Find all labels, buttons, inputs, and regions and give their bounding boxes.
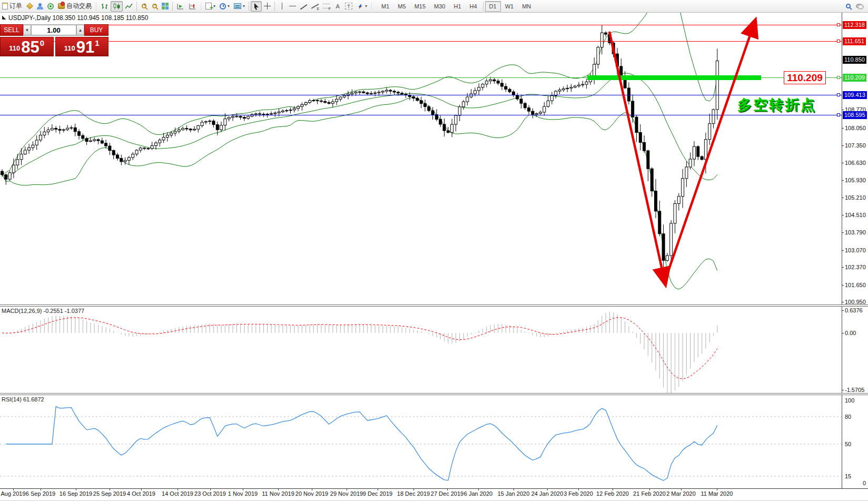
- price-tick-101.650: 101.650: [845, 281, 866, 289]
- price-tick-103.790: 103.790: [845, 229, 866, 236]
- sell-price-sup: 0: [40, 38, 44, 47]
- price-tick-mark: [842, 145, 844, 146]
- chat-icon[interactable]: [856, 4, 863, 8]
- date-tick-mark: [478, 488, 479, 490]
- date-tick-mark: [578, 488, 579, 490]
- timeframe-m15[interactable]: M15: [410, 1, 430, 12]
- buy-price-button[interactable]: 110 91 1: [55, 37, 109, 56]
- timeframe-m5[interactable]: M5: [393, 1, 410, 12]
- channel-tool-button[interactable]: [309, 1, 321, 12]
- main-chart-canvas[interactable]: [0, 13, 842, 304]
- signals-button[interactable]: [45, 1, 56, 12]
- toolbar-separator: [136, 2, 137, 11]
- macd-tick-mark: [842, 390, 844, 390]
- level-line-handle[interactable]: [837, 113, 840, 116]
- buy-price-big: 91: [76, 40, 94, 55]
- pane-separator-macd[interactable]: [0, 304, 868, 307]
- timeframe-h1[interactable]: H1: [449, 1, 465, 12]
- date-tick-mark: [447, 488, 448, 490]
- level-line-handle[interactable]: [837, 93, 840, 96]
- cursor-tool-button[interactable]: [251, 1, 262, 12]
- price-tick-mark: [842, 232, 844, 233]
- timeframe-m30[interactable]: M30: [430, 1, 449, 12]
- new-chart-icon: [205, 3, 212, 9]
- search-icon[interactable]: [846, 4, 851, 8]
- arrows-tool-button[interactable]: ▾: [354, 1, 369, 12]
- sell-price-button[interactable]: 110 85 0: [0, 37, 54, 56]
- macd-pane-canvas[interactable]: [0, 307, 842, 393]
- price-tick-mark: [842, 267, 844, 268]
- volume-increase-button[interactable]: ▲: [76, 25, 84, 35]
- level-price-callout[interactable]: 110.209: [784, 71, 826, 84]
- turning-point-annotation[interactable]: 多空转折点: [737, 95, 816, 114]
- toolbar-separator: [172, 2, 173, 11]
- rsi-pane-canvas[interactable]: [0, 395, 842, 488]
- community-button[interactable]: [35, 1, 45, 12]
- vertical-line-tool-button[interactable]: [277, 1, 287, 12]
- candlestick-mode-button[interactable]: [111, 1, 123, 12]
- fibonacci-tool-button[interactable]: [321, 1, 332, 12]
- level-line-109.413[interactable]: [0, 95, 842, 95]
- level-line-handle[interactable]: [837, 40, 840, 43]
- timeframe-w1[interactable]: W1: [501, 1, 518, 12]
- zoom-in-icon: +: [142, 4, 146, 8]
- trendline-tool-button[interactable]: [298, 1, 309, 12]
- rsi-indicator-label: RSI(14) 61.6872: [2, 396, 44, 402]
- date-tick-mark: [177, 488, 178, 490]
- macd-tick-mark: [842, 310, 844, 311]
- date-label: 24 Jan 2020: [531, 490, 564, 497]
- new-order-button[interactable]: 订单: [0, 1, 24, 12]
- volume-decrease-button[interactable]: ▼: [23, 25, 31, 35]
- one-click-trading-panel: SELL ▼ 1.00 ▲ BUY 110 85 0 110 91 1: [0, 24, 108, 56]
- template-button[interactable]: ▾: [232, 1, 247, 12]
- date-label: 2 Mar 2020: [666, 490, 696, 497]
- zoom-out-button[interactable]: −: [149, 1, 160, 12]
- line-chart-mode-button[interactable]: [123, 1, 135, 12]
- new-chart-button[interactable]: ▾: [203, 1, 218, 12]
- buy-price-main: 110: [64, 44, 75, 52]
- toolbar-separator: [249, 2, 249, 11]
- text-label-tool-button[interactable]: T: [343, 1, 354, 12]
- date-tick-mark: [110, 488, 110, 490]
- autotrading-button[interactable]: 自动交易: [56, 1, 94, 12]
- sell-button[interactable]: SELL: [0, 24, 23, 36]
- toolbar-drag-handle: [95, 2, 97, 11]
- date-tick-mark: [613, 488, 613, 490]
- pane-separator-rsi[interactable]: [0, 393, 868, 395]
- level-line-handle[interactable]: [837, 76, 840, 79]
- date-label: 9 Dec 2019: [363, 490, 392, 497]
- bar-chart-mode-button[interactable]: [98, 1, 111, 12]
- level-line-handle[interactable]: [837, 23, 840, 26]
- line-chart-icon: [125, 3, 133, 10]
- level-line-112.318[interactable]: [0, 25, 842, 25]
- timeframe-mn[interactable]: MN: [518, 1, 535, 12]
- crosshair-tool-button[interactable]: [262, 1, 273, 12]
- price-badge-111.651: 111.651: [843, 37, 866, 45]
- support-highlight-bar[interactable]: [587, 75, 761, 80]
- mql5-badge-button[interactable]: [24, 1, 35, 12]
- buy-button[interactable]: BUY: [84, 24, 108, 36]
- bar-chart-icon: [101, 3, 108, 10]
- level-line-111.651[interactable]: [0, 41, 842, 42]
- chart-window-icon: [2, 16, 6, 19]
- chart-shift-button[interactable]: [186, 1, 199, 12]
- date-tick-mark: [41, 488, 41, 490]
- level-line-108.595[interactable]: [0, 115, 842, 115]
- dropdown-caret-icon: ▾: [228, 4, 230, 8]
- timeframe-d1[interactable]: D1: [485, 1, 501, 12]
- zoom-in-button[interactable]: +: [139, 1, 149, 12]
- timeframe-h4[interactable]: H4: [466, 1, 481, 12]
- volume-input[interactable]: 1.00: [31, 25, 76, 35]
- arrows-icon: [357, 3, 363, 9]
- period-button[interactable]: ▾: [218, 1, 232, 12]
- tile-windows-button[interactable]: [160, 1, 171, 12]
- horizontal-line-tool-button[interactable]: [287, 1, 298, 12]
- auto-scroll-button[interactable]: [174, 1, 186, 12]
- chart-title: USDJPY-,Daily 108.350 110.945 108.185 11…: [8, 14, 148, 22]
- price-tick-103.070: 103.070: [845, 247, 866, 254]
- timeframe-m1[interactable]: M1: [377, 1, 393, 12]
- text-tool-button[interactable]: A: [332, 1, 343, 12]
- price-badge-110.209: 110.209: [843, 74, 866, 82]
- horizontal-line-icon: [289, 6, 296, 6]
- timeframe-group: M1M5M15M30H1H4D1W1MN: [377, 1, 535, 12]
